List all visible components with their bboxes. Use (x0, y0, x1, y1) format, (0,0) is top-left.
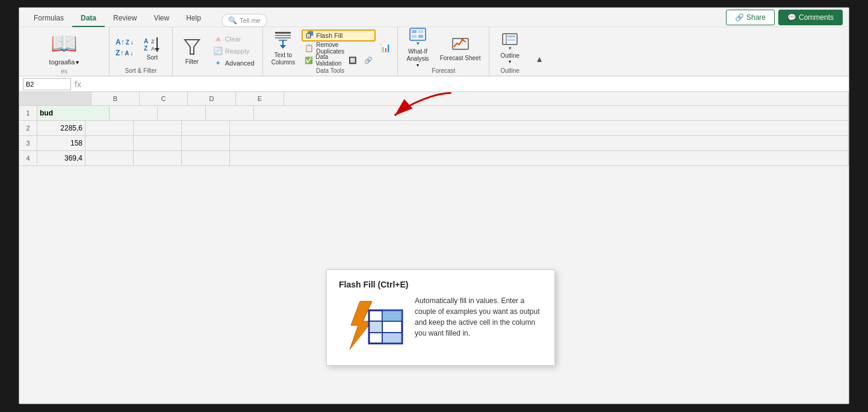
flash-fill-label: Flash Fill (316, 32, 343, 39)
col-header-c[interactable]: C (140, 92, 188, 105)
consolidate-icon: 🔲 (349, 57, 357, 64)
sort-za-a: A (125, 50, 129, 57)
cell-e4[interactable] (182, 151, 230, 166)
what-if-analysis-button[interactable]: ▾ What-IfAnalysis ▾ (403, 29, 432, 66)
cell-d1[interactable] (158, 106, 206, 121)
clear-icon: 🔺 (213, 34, 223, 43)
manage-data-model-button[interactable]: 📊 (377, 42, 394, 53)
svg-text:Z: Z (144, 45, 147, 52)
cell-c4[interactable] (85, 151, 134, 166)
filter-sub-buttons: 🔺 Clear 🔄 Reapply 🔹 Advanced (210, 34, 258, 69)
svg-text:▾: ▾ (509, 45, 512, 51)
row-header-4: 4 (19, 151, 37, 166)
ribbon-header: Formulas Data Review View Help 🔍 Tell me… (19, 8, 849, 27)
cell-b4[interactable]: 369,4 (37, 151, 85, 166)
tab-data[interactable]: Data (72, 10, 105, 27)
cell-e1[interactable] (206, 106, 254, 121)
svg-point-25 (461, 38, 463, 41)
location-dropdown[interactable]: ▾ (76, 59, 79, 66)
cell-e2[interactable] (182, 121, 230, 136)
relationships-button[interactable]: 🔗 (361, 55, 376, 66)
consolidate-button[interactable]: 🔲 (346, 55, 360, 66)
tab-formulas[interactable]: Formulas (25, 10, 72, 27)
data-tools-right: Flash Fill 📋 RemoveDuplicates ✅ DataVali… (302, 29, 376, 66)
cell-extra-3[interactable] (230, 136, 849, 151)
data-tools-section: Text toColumns (263, 27, 398, 76)
flash-fill-composite-icon (339, 298, 405, 352)
svg-rect-8 (275, 35, 291, 36)
sort-az-button[interactable]: A↑ Z ↓ (114, 37, 135, 47)
cell-b2[interactable]: 2285,6 (37, 121, 85, 136)
col-header-b[interactable]: B (91, 92, 140, 105)
tab-view[interactable]: View (145, 10, 178, 27)
comments-icon: 💬 (787, 13, 796, 22)
forecast-sheet-label: Forecast Sheet (440, 55, 481, 62)
filter-button[interactable]: Filter (178, 33, 206, 69)
comments-button[interactable]: 💬 Comments (778, 10, 843, 25)
clear-button[interactable]: 🔺 Clear (210, 34, 258, 45)
col-header-extra[interactable] (284, 92, 849, 105)
cell-b1[interactable]: bud (37, 106, 110, 121)
svg-text:▾: ▾ (417, 40, 420, 46)
svg-rect-22 (418, 35, 423, 38)
col-header-spacer (19, 92, 91, 105)
sort-za-button[interactable]: Z↑ A ↓ (114, 48, 135, 58)
tell-me-input[interactable]: Tell me (240, 17, 261, 24)
svg-text:A: A (144, 38, 148, 45)
data-tools-label: Data Tools (267, 66, 394, 76)
data-validation-button[interactable]: ✅ DataValidation (302, 55, 344, 66)
col-header-e[interactable]: E (236, 92, 284, 105)
ribbon-collapse-button[interactable]: ▲ (530, 54, 548, 64)
remove-duplicates-button[interactable]: 📋 RemoveDuplicates (302, 43, 376, 54)
col-header-d[interactable]: D (188, 92, 236, 105)
cell-b3[interactable]: 158 (37, 136, 85, 151)
cell-d3[interactable] (134, 136, 182, 151)
cell-extra-1[interactable] (254, 106, 849, 121)
svg-rect-19 (412, 30, 417, 33)
cell-c1[interactable] (110, 106, 158, 121)
reapply-button[interactable]: 🔄 Reapply (210, 46, 258, 57)
table-row: 3 158 (19, 136, 849, 151)
text-to-columns-button[interactable]: Text toColumns (267, 29, 300, 66)
nav-left-panel: 📖 tograafia ▾ es (19, 27, 110, 76)
sort-icon: A Z Z A (143, 35, 162, 54)
share-button[interactable]: 🔗 Share (726, 10, 775, 25)
remove-duplicates-icon: 📋 (305, 44, 314, 52)
advanced-button[interactable]: 🔹 Advanced (210, 58, 258, 69)
forecast-sheet-button[interactable]: Forecast Sheet (436, 29, 485, 66)
book-icon: 📖 (51, 31, 78, 56)
filter-section: Filter 🔺 Clear 🔄 Reapply 🔹 Advanced (173, 27, 263, 76)
search-icon: 🔍 (228, 16, 237, 25)
flash-fill-button[interactable]: Flash Fill (302, 29, 376, 42)
relationships-icon: 🔗 (364, 57, 373, 64)
outline-section-label: Outline (494, 66, 525, 76)
collapse-icon: ▲ (535, 54, 544, 64)
cell-c3[interactable] (85, 136, 134, 151)
manage-data-model-icon: 📊 (380, 43, 391, 52)
row-header-1: 1 (19, 106, 37, 121)
sort-filter-label: Sort & Filter (114, 66, 167, 76)
svg-rect-20 (418, 30, 423, 33)
cell-c2[interactable] (85, 121, 134, 136)
tab-review[interactable]: Review (105, 10, 145, 27)
formula-input[interactable] (85, 80, 845, 88)
manage-data-model-group: 📊 (377, 42, 394, 53)
cell-d4[interactable] (134, 151, 182, 166)
table-row: 2 2285,6 (19, 121, 849, 136)
cell-e3[interactable] (182, 136, 230, 151)
cell-extra-4[interactable] (230, 151, 849, 166)
name-box[interactable] (23, 78, 71, 90)
flash-fill-icon (306, 31, 314, 41)
tab-help[interactable]: Help (178, 10, 209, 27)
book-icon-area: 📖 tograafia ▾ es (49, 31, 79, 75)
sort-za-icon: Z↑ (116, 49, 123, 57)
svg-marker-11 (280, 45, 286, 49)
sort-main-button[interactable]: A Z Z A Sort (137, 29, 167, 66)
header-actions: 🔗 Share 💬 Comments (726, 10, 843, 25)
outline-button[interactable]: ▾ Outline ▾ (494, 29, 525, 66)
cell-d2[interactable] (134, 121, 182, 136)
cell-extra-2[interactable] (230, 121, 849, 136)
svg-rect-38 (369, 321, 382, 333)
data-validation-icon: ✅ (305, 57, 313, 64)
svg-text:A: A (151, 46, 155, 52)
